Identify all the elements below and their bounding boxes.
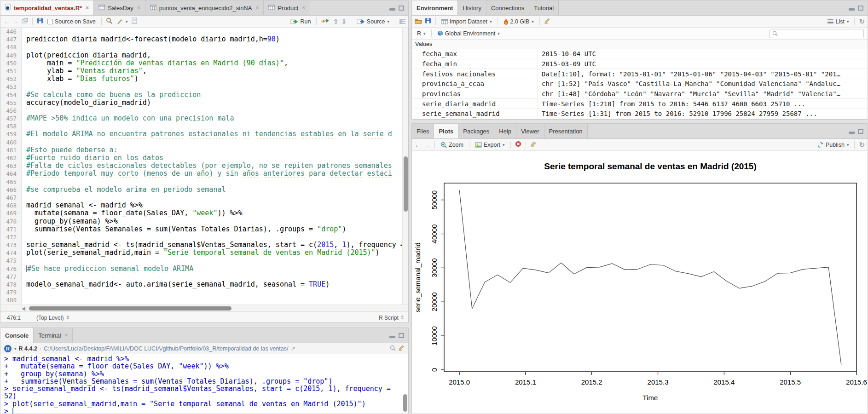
plots-tab-help[interactable]: Help xyxy=(494,124,516,138)
code-tools-icon[interactable]: ▾ xyxy=(115,18,129,25)
code-line[interactable]: 476#Se hace prediccion semanal modelo AR… xyxy=(0,265,408,273)
minimize-pane-icon[interactable] xyxy=(389,336,395,338)
go-down-icon[interactable]: ⇩ xyxy=(341,18,347,25)
console-tab-terminal[interactable]: Terminal× xyxy=(34,328,73,343)
editor-tab-product[interactable]: Product× xyxy=(264,0,310,15)
maximize-pane-icon[interactable] xyxy=(399,333,404,338)
file-type-indicator[interactable]: R Script xyxy=(379,315,399,321)
remove-plot-icon[interactable] xyxy=(515,141,521,149)
back-icon[interactable]: ← xyxy=(3,18,10,25)
environment-tab-environment[interactable]: Environment xyxy=(412,0,458,15)
editor-tab-temporalidad-ventas-r-[interactable]: Rtemporalidad_ventas.R*× xyxy=(0,0,94,15)
close-tab-icon[interactable]: × xyxy=(64,332,68,339)
code-line[interactable]: 454#Se calcula como de buena es la predi… xyxy=(0,91,408,99)
plots-tab-packages[interactable]: Packages xyxy=(458,124,494,138)
previous-plot-icon[interactable]: ← xyxy=(415,142,421,148)
console-output[interactable]: > madrid_semanal <- madrid %>%+ mutate(s… xyxy=(0,354,408,414)
pane-splitter-horizontal[interactable] xyxy=(0,323,409,328)
editor-tab-salesday[interactable]: SalesDay× xyxy=(94,0,145,15)
pane-splitter-horizontal[interactable] xyxy=(411,120,868,123)
open-in-new-window-icon[interactable] xyxy=(22,18,28,25)
goto-directory-icon[interactable]: ↗ xyxy=(291,345,295,352)
environment-selector[interactable]: Global Environment ▾ xyxy=(436,30,501,37)
save-icon[interactable] xyxy=(37,17,43,25)
save-workspace-icon[interactable] xyxy=(425,17,431,25)
code-line[interactable]: 453 xyxy=(0,83,408,91)
document-outline-icon[interactable] xyxy=(399,19,405,24)
editor-horizontal-scrollbar[interactable]: ◀ xyxy=(0,305,408,311)
code-line[interactable]: 452 xlab = "Días futuros") xyxy=(0,75,408,83)
console-search-icon[interactable] xyxy=(390,345,396,352)
environment-search[interactable] xyxy=(770,29,864,38)
source-on-save-checkbox[interactable]: Source on Save xyxy=(46,18,97,25)
code-line[interactable]: 460 xyxy=(0,138,408,146)
scroll-left-icon[interactable]: ◀ xyxy=(22,305,25,311)
next-plot-icon[interactable]: → xyxy=(424,142,430,148)
environment-value-row[interactable]: fecha_max2015-10-04 UTC xyxy=(412,49,868,59)
import-dataset-button[interactable]: Import Dataset ▾ xyxy=(440,18,493,25)
minimize-pane-icon[interactable] xyxy=(849,8,855,11)
code-line[interactable]: 458 xyxy=(0,122,408,130)
close-tab-icon[interactable]: × xyxy=(255,5,259,11)
code-line[interactable]: 462#Fuerte ruido diario en los datos xyxy=(0,154,408,162)
code-line[interactable]: 479 xyxy=(0,288,408,296)
run-button[interactable]: Run xyxy=(289,18,312,25)
code-line[interactable]: 447prediccion_diaria_madrid<-forecast(mo… xyxy=(0,35,408,43)
code-line[interactable]: 450 main = "Predicción de ventas diarias… xyxy=(0,59,408,67)
code-line[interactable]: 472 xyxy=(0,233,408,241)
open-workspace-icon[interactable] xyxy=(415,18,422,25)
hscroll-thumb[interactable] xyxy=(29,306,231,310)
code-line[interactable]: 466#se comprueba el modelo arima en peri… xyxy=(0,186,408,194)
refresh-environment-icon[interactable]: ↻ xyxy=(859,17,865,26)
environment-tab-tutorial[interactable]: Tutorial xyxy=(529,0,559,15)
environment-value-row[interactable]: provincia_a_ccaachr [1:52] "País Vasco" … xyxy=(412,79,868,89)
environment-value-row[interactable]: serie_semanal_madridTime-Series [1:31] f… xyxy=(412,109,868,119)
close-tab-icon[interactable]: × xyxy=(302,5,305,11)
refresh-plot-icon[interactable]: ↻ xyxy=(859,141,865,149)
minimize-pane-icon[interactable] xyxy=(389,8,395,11)
rerun-icon[interactable] xyxy=(321,18,330,25)
environment-tab-connections[interactable]: Connections xyxy=(486,0,529,15)
environment-value-row[interactable]: fecha_min2015-03-09 UTC xyxy=(412,59,868,69)
code-line[interactable]: 456 xyxy=(0,107,408,115)
code-line[interactable]: 455accuracy(modelo_diario_madrid) xyxy=(0,99,408,107)
environment-search-input[interactable] xyxy=(780,30,861,37)
code-line[interactable]: 474plot(serie_semanal_madrid,main = "Ser… xyxy=(0,249,408,257)
source-button[interactable]: Source ▾ xyxy=(355,18,391,25)
plots-tab-plots[interactable]: Plots xyxy=(434,124,458,138)
environment-value-row[interactable]: provinciaschr [1:48] "Córdoba" "León" "N… xyxy=(412,89,868,99)
code-line[interactable]: 473serie_semanal_madrid <- ts(madrid_sem… xyxy=(0,241,408,249)
code-line[interactable]: 467 xyxy=(0,194,408,201)
console-tab-console[interactable]: Console xyxy=(0,328,34,343)
minimize-pane-icon[interactable] xyxy=(849,132,855,134)
maximize-pane-icon[interactable] xyxy=(399,6,404,11)
code-line[interactable]: 480 xyxy=(0,296,408,304)
editor-tab-puntos-venta-enriquecido2-sinna[interactable]: puntos_venta_enriquecido2_sinNA× xyxy=(145,0,264,15)
clear-all-plots-icon[interactable] xyxy=(530,141,537,149)
language-selector[interactable]: R ▾ xyxy=(416,30,427,37)
code-line[interactable]: 459#El modelo ARIMA no encuentra patrone… xyxy=(0,130,408,138)
find-icon[interactable] xyxy=(106,17,112,25)
code-line[interactable]: 464#Período temporal muy corto (menos de… xyxy=(0,170,408,178)
code-line[interactable]: 468madrid_semanal <- madrid %>% xyxy=(0,201,408,209)
code-line[interactable]: 449plot(prediccion_diaria_madrid, xyxy=(0,52,408,59)
clear-console-icon[interactable] xyxy=(398,345,405,352)
code-line[interactable]: 446 xyxy=(0,28,408,35)
export-plot-button[interactable]: Export ▾ xyxy=(474,141,506,149)
code-line[interactable]: 451 ylab = "Ventas diarias", xyxy=(0,67,408,75)
environment-tab-history[interactable]: History xyxy=(458,0,486,15)
memory-usage-button[interactable]: 2.0 GiB ▾ xyxy=(502,18,535,25)
code-line[interactable]: 465 xyxy=(0,178,408,186)
maximize-pane-icon[interactable] xyxy=(858,6,863,11)
close-tab-icon[interactable]: × xyxy=(86,5,89,11)
code-line[interactable]: 475 xyxy=(0,257,408,264)
r-logo-icon[interactable]: R xyxy=(4,345,12,352)
go-up-icon[interactable]: ⇧ xyxy=(333,18,338,25)
console-scrollbar-thumb[interactable] xyxy=(403,394,407,412)
code-line[interactable]: 478modelo_semanal_madrid<- auto.arima(se… xyxy=(0,281,408,288)
plots-tab-viewer[interactable]: Viewer xyxy=(516,124,544,138)
code-line[interactable]: 463#Falta de ciclos estacionales detecta… xyxy=(0,162,408,170)
list-view-button[interactable]: List ▾ xyxy=(826,18,850,25)
code-line[interactable]: 469 mutate(semana = floor_date(Sales_DAY… xyxy=(0,209,408,217)
environment-value-row[interactable]: serie_diaria_madridTime-Series [1:210] f… xyxy=(412,99,868,109)
